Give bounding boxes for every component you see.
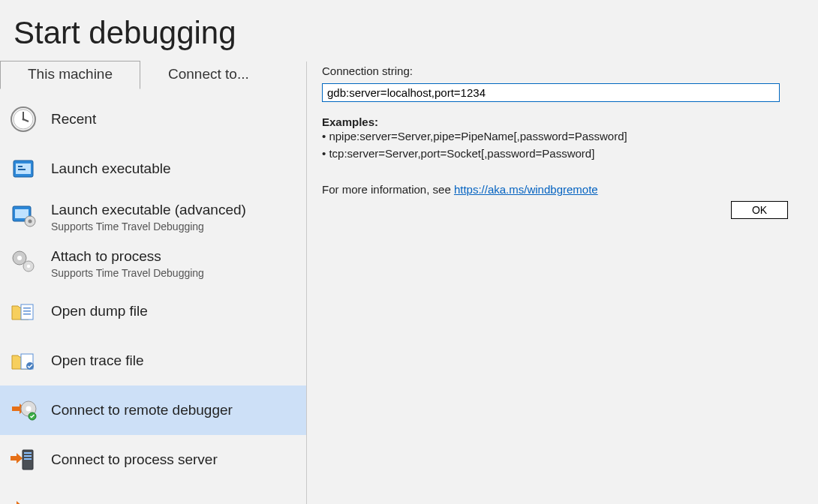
page-title: Start debugging	[14, 15, 818, 51]
sidebar-item-label: Open trace file	[51, 352, 144, 370]
tab-bar: This machine Connect to...	[0, 60, 306, 88]
board-arrow-icon	[9, 495, 38, 505]
sidebar-item-label: Connect to process server	[51, 451, 218, 469]
svg-rect-27	[24, 452, 32, 454]
svg-point-4	[23, 118, 25, 121]
svg-rect-7	[18, 166, 23, 167]
sidebar-item-open-trace[interactable]: Open trace file	[0, 336, 306, 386]
svg-point-12	[29, 220, 32, 224]
svg-rect-20	[23, 314, 31, 315]
folder-file-icon	[9, 297, 38, 326]
svg-rect-8	[18, 169, 26, 170]
sidebar-item-label: Launch executable (advanced)	[51, 201, 246, 219]
svg-rect-18	[23, 308, 31, 309]
sidebar-item-sublabel: Supports Time Travel Debugging	[51, 220, 246, 232]
example-line: • npipe:server=Server,pipe=PipeName[,pas…	[322, 128, 788, 146]
svg-point-16	[27, 265, 30, 268]
sidebar-item-label: Attach to process	[51, 248, 204, 266]
sidebar-item-label: Launch executable	[51, 160, 171, 178]
examples-heading: Examples:	[322, 116, 788, 128]
svg-point-24	[26, 406, 32, 411]
gear-arrow-icon	[9, 396, 38, 424]
sidebar-item-attach-kernel[interactable]: Attach to kernel	[0, 484, 306, 505]
sidebar-item-attach-process[interactable]: Attach to process Supports Time Travel D…	[0, 240, 306, 286]
sidebar-item-open-dump[interactable]: Open dump file	[0, 286, 306, 336]
svg-rect-19	[23, 310, 31, 312]
server-arrow-icon	[9, 446, 38, 474]
left-panel: This machine Connect to... Recent	[0, 60, 306, 504]
sidebar-item-launch-advanced[interactable]: Launch executable (advanced) Supports Ti…	[0, 194, 306, 240]
more-info-text: For more information, see https://aka.ms…	[322, 183, 788, 196]
sidebar-item-connect-process-server[interactable]: Connect to process server	[0, 435, 306, 484]
sidebar-item-label: Attach to kernel	[51, 500, 150, 504]
folder-trace-icon	[9, 346, 38, 375]
sidebar-item-connect-remote-debugger[interactable]: Connect to remote debugger	[0, 386, 306, 435]
clock-icon	[9, 105, 38, 134]
sidebar-items: Recent Launch executable	[0, 94, 306, 504]
sidebar-item-launch-executable[interactable]: Launch executable	[0, 144, 306, 194]
tab-connect-to[interactable]: Connect to...	[140, 61, 277, 89]
sidebar-item-recent[interactable]: Recent	[0, 94, 306, 144]
sidebar-item-label: Recent	[51, 110, 96, 128]
sidebar-item-label: Open dump file	[51, 302, 148, 320]
svg-rect-28	[24, 455, 32, 457]
ok-button[interactable]: OK	[731, 201, 788, 219]
connection-string-input[interactable]	[322, 83, 780, 102]
more-info-link[interactable]: https://aka.ms/windbgremote	[454, 183, 598, 196]
svg-rect-17	[21, 304, 33, 320]
sidebar-item-sublabel: Supports Time Travel Debugging	[51, 267, 204, 279]
right-panel: Connection string: Examples: • npipe:ser…	[307, 60, 818, 504]
gears-icon	[9, 248, 38, 276]
launch-icon	[9, 154, 38, 183]
svg-rect-29	[24, 458, 32, 460]
launch-advanced-icon	[9, 201, 38, 230]
sidebar-item-label: Connect to remote debugger	[51, 401, 233, 419]
connection-string-label: Connection string:	[322, 64, 788, 77]
svg-point-14	[17, 256, 22, 260]
example-line: • tcp:server=Server,port=Socket[,passwor…	[322, 146, 788, 163]
tab-this-machine[interactable]: This machine	[0, 61, 140, 89]
